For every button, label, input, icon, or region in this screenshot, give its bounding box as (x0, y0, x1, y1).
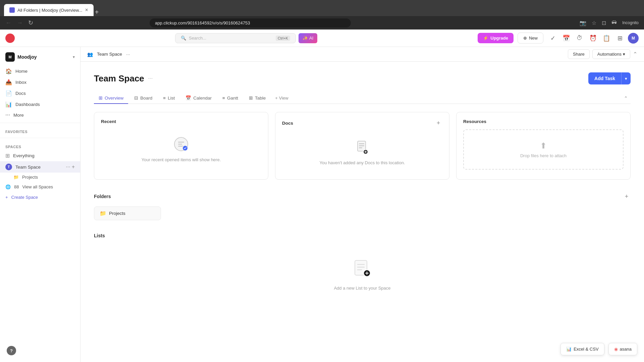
calendar-tab-icon: 📅 (185, 95, 191, 101)
check-icon[interactable]: ✓ (547, 33, 558, 44)
topbar-logo (5, 34, 15, 43)
tabs-collapse-button[interactable]: ⌃ (621, 94, 631, 102)
folder-icon: 📁 (13, 175, 19, 180)
sidebar-divider-2 (0, 138, 80, 138)
tab-overview[interactable]: ⊞ Overview (94, 93, 128, 104)
tab-title: All Folders | Moodjoy (Overview... (17, 8, 82, 13)
reload-button[interactable]: ↻ (27, 18, 35, 28)
import-asana-button[interactable]: ◉ asana (608, 343, 637, 355)
page-title-row: Team Space ··· Add Task ▾ (94, 72, 631, 84)
calendar-topbar-icon[interactable]: 📅 (561, 33, 572, 44)
import-excel-button[interactable]: 📊 Excel & CSV (560, 343, 604, 355)
everything-label: Everything (13, 153, 35, 158)
plus-icon: ⊕ (523, 36, 527, 41)
sidebar-item-docs[interactable]: 📄 Docs (0, 88, 80, 99)
gantt-tab-label: Gantt (227, 96, 238, 101)
resources-card-header: Resources (463, 119, 624, 124)
browser-controls: ← → ↻ 📷 ☆ ⊡ 🕶 Incognito (0, 16, 644, 29)
workspace-chevron-icon: ▾ (73, 55, 75, 59)
user-avatar[interactable]: M (628, 33, 639, 44)
add-view-button[interactable]: + View (272, 93, 292, 103)
sidebar-item-team-space[interactable]: T Team Space ··· + (0, 161, 80, 173)
workspace-header[interactable]: M Moodjoy ▾ (0, 50, 80, 66)
docs-empty-icon (355, 140, 370, 158)
create-space-label: Create Space (11, 195, 38, 200)
tab-close-btn[interactable]: × (85, 7, 88, 13)
sidebar-item-projects[interactable]: 📁 Projects (0, 173, 80, 182)
add-task-button[interactable]: Add Task (588, 72, 621, 84)
add-task-dropdown-button[interactable]: ▾ (621, 72, 631, 84)
recent-card-header: Recent (101, 119, 261, 124)
sidebar-create-space[interactable]: + Create Space (0, 192, 80, 202)
sidebar-view-all-spaces[interactable]: 🌐 88 View all Spaces (0, 182, 80, 192)
sidebar-item-inbox[interactable]: 📥 Inbox (0, 77, 80, 88)
address-bar[interactable] (150, 18, 351, 27)
everything-icon: ⊞ (5, 153, 10, 159)
drop-files-area[interactable]: ⬆ Drop files here to attach (463, 129, 624, 170)
team-space-actions: ··· + (66, 164, 75, 170)
page-content: Team Space ··· Add Task ▾ ⊞ Overview ⊟ B… (80, 62, 644, 324)
lists-section: Lists Add a new List to your Space (94, 230, 631, 304)
incognito-icon[interactable]: 🕶 (610, 18, 618, 27)
help-button[interactable]: ? (7, 346, 16, 355)
sidebar: M Moodjoy ▾ 🏠 Home 📥 Inbox 📄 Docs 📊 Dash… (0, 47, 80, 362)
sidebar-toggle-icon[interactable]: ⊡ (600, 18, 607, 27)
folder-item-icon: 📁 (100, 210, 106, 217)
sidebar-item-dashboards[interactable]: 📊 Dashboards (0, 99, 80, 110)
tab-gantt[interactable]: ≡ Gantt (218, 93, 243, 104)
ai-button[interactable]: ✨ AI (299, 33, 317, 43)
share-button[interactable]: Share (568, 49, 590, 59)
collapse-icon[interactable]: ⌃ (633, 51, 637, 57)
sidebar-item-home[interactable]: 🏠 Home (0, 66, 80, 77)
lists-empty-icon (352, 258, 372, 282)
tab-table[interactable]: ⊞ Table (244, 93, 270, 104)
page-title-options-icon[interactable]: ··· (148, 75, 153, 81)
team-space-icon: T (5, 164, 12, 170)
upgrade-button[interactable]: ⚡ Upgrade (478, 33, 514, 43)
docs-add-button[interactable]: + (434, 119, 442, 127)
grid-icon[interactable]: ⊞ (614, 33, 625, 44)
dashboards-icon: 📊 (5, 101, 12, 108)
forward-button[interactable]: → (15, 18, 24, 28)
folder-item-projects[interactable]: 📁 Projects (94, 206, 161, 220)
search-box[interactable]: 🔍 Search... Ctrl+K (175, 33, 296, 43)
docs-empty-state: You haven't added any Docs to this locat… (282, 132, 442, 173)
recent-empty-state: Your recent opened items will show here. (101, 129, 261, 170)
timer-icon[interactable]: ⏰ (588, 33, 598, 44)
bookmark-icon[interactable]: ☆ (590, 18, 598, 27)
plus-space-icon[interactable]: + (72, 164, 75, 170)
sidebar-home-label: Home (15, 69, 28, 74)
document-icon[interactable]: 📋 (601, 33, 612, 44)
clock-icon[interactable]: ⏱ (574, 33, 585, 44)
board-tab-label: Board (140, 96, 152, 101)
browser-chrome: All Folders | Moodjoy (Overview... × + (0, 0, 644, 16)
tab-board[interactable]: ⊟ Board (129, 93, 157, 104)
calendar-tab-label: Calendar (193, 96, 212, 101)
docs-card-header: Docs + (282, 119, 442, 127)
automations-button[interactable]: Automations ▾ (592, 49, 630, 59)
docs-icon: 📄 (5, 90, 12, 97)
overview-tab-label: Overview (105, 96, 123, 101)
more-icon: ⋯ (5, 112, 10, 118)
tab-calendar[interactable]: 📅 Calendar (181, 93, 216, 104)
folders-add-button[interactable]: + (623, 192, 631, 200)
sidebar-inbox-label: Inbox (15, 80, 26, 85)
new-label: New (529, 36, 538, 41)
new-tab-button[interactable]: + (95, 8, 99, 16)
sidebar-item-everything[interactable]: ⊞ Everything (0, 150, 80, 161)
browser-tab-active[interactable]: All Folders | Moodjoy (Overview... × (4, 4, 94, 16)
asana-label: asana (620, 347, 632, 352)
new-button[interactable]: ⊕ New (518, 33, 543, 44)
ellipsis-icon[interactable]: ··· (66, 164, 70, 170)
sidebar-item-more[interactable]: ⋯ More (0, 110, 80, 120)
search-placeholder: Search... (189, 36, 206, 41)
tab-list[interactable]: ≡ List (158, 93, 179, 104)
recent-empty-icon (174, 137, 189, 155)
table-tab-icon: ⊞ (249, 95, 253, 101)
recent-card: Recent Your recent opened items will sho… (94, 112, 268, 180)
breadcrumb-options-icon[interactable]: ··· (126, 52, 130, 57)
camera-icon[interactable]: 📷 (578, 18, 588, 27)
back-button[interactable]: ← (4, 18, 13, 28)
sidebar-dashboards-label: Dashboards (15, 102, 40, 107)
drop-files-label: Drop files here to attach (520, 153, 567, 158)
